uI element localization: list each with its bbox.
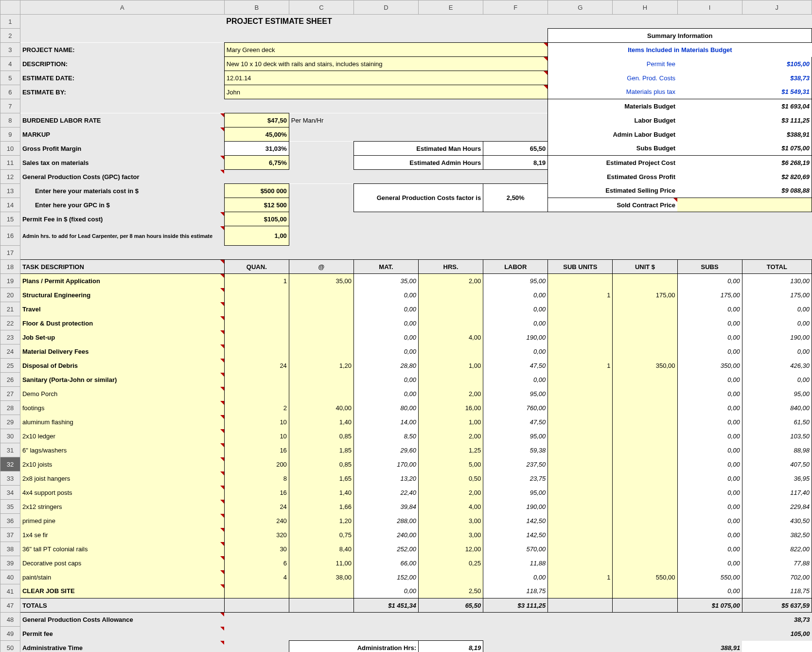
description-input[interactable]: New 10 x 10 deck with rails and stairs, …	[224, 57, 548, 71]
project-name-input[interactable]: Mary Green deck	[224, 43, 548, 57]
task-row[interactable]: 26Sanitary (Porta-John or similar)0,000,…	[0, 373, 812, 387]
gpc-input[interactable]: $12 500	[224, 198, 289, 212]
task-row[interactable]: 20Structural Engineering0,000,001175,001…	[0, 288, 812, 302]
task-row[interactable]: 39Decorative post caps611,0066,000,2511,…	[0, 556, 812, 570]
sold-price-input[interactable]	[677, 198, 812, 212]
estimate-date-input[interactable]: 12.01.14	[224, 71, 548, 85]
task-row[interactable]: 21Travel0,000,000,000,00	[0, 302, 812, 316]
column-headers[interactable]: A B C D E F G H I J	[0, 0, 812, 15]
task-row[interactable]: 344x4 support posts161,4022,402,0095,000…	[0, 486, 812, 500]
task-row[interactable]: 3836" tall PT colonial rails308,40252,00…	[0, 542, 812, 556]
permit-input[interactable]: $105,00	[224, 212, 289, 226]
footer-row: 50Administrative TimeAdministration Hrs:…	[0, 641, 812, 652]
markup-input[interactable]: 45,00%	[224, 127, 289, 142]
task-row[interactable]: 36primed pine2401,20288,003,00142,500,00…	[0, 514, 812, 528]
task-row[interactable]: 332x8 joist hangers81,6513,200,5023,750,…	[0, 471, 812, 486]
task-row[interactable]: 24Material Delivery Fees0,000,000,000,00	[0, 344, 812, 359]
task-header-row: 18 TASK DESCRIPTION QUAN.@MAT.HRS.LABORS…	[0, 260, 812, 274]
task-row[interactable]: 41CLEAR JOB SITE0,002,50118,750,00118,75	[0, 584, 812, 598]
task-row[interactable]: 29aluminum flashing101,4014,001,0047,500…	[0, 415, 812, 429]
totals-row: 47 TOTALS $1 451,34 65,50 $3 111,25 $1 0…	[0, 598, 812, 613]
sheet-title: PROJECT ESTIMATE SHEET	[224, 15, 353, 29]
task-row[interactable]: 316" lags/washers161,8529,601,2559,380,0…	[0, 443, 812, 457]
task-row[interactable]: 19Plans / Permit Application135,0035,002…	[0, 274, 812, 288]
summary-sub: Items Included in Materials Budget	[548, 43, 812, 57]
task-row[interactable]: 371x4 se fir3200,75240,003,00142,500,003…	[0, 528, 812, 542]
salestax-input[interactable]: 6,75%	[224, 156, 289, 170]
footer-row: 48General Production Costs Allowance38,7…	[0, 613, 812, 627]
gpc-mat-input[interactable]: $500 000	[224, 184, 289, 198]
task-row[interactable]: 22Floor & Dust protection0,000,000,000,0…	[0, 316, 812, 330]
project-name-label: PROJECT NAME:	[20, 43, 224, 57]
labor-rate-input[interactable]: $47,50	[224, 113, 289, 127]
admin-hrs-input[interactable]: 1,00	[224, 226, 289, 246]
task-row[interactable]: 322x10 joists2000,85170,005,00237,500,00…	[0, 457, 812, 471]
task-row[interactable]: 25Disposal of Debris241,2028,801,0047,50…	[0, 359, 812, 373]
task-row[interactable]: 40paint/stain438,00152,000,001550,00550,…	[0, 570, 812, 584]
estimate-by-input[interactable]: John	[224, 85, 548, 99]
select-all-cell[interactable]	[0, 0, 20, 15]
task-row[interactable]: 302x10 ledger100,858,502,0095,000,00103,…	[0, 429, 812, 443]
summary-title: Summary Information	[548, 29, 812, 43]
task-row[interactable]: 27Demo Porch0,002,0095,000,0095,00	[0, 387, 812, 401]
spreadsheet-grid[interactable]: A B C D E F G H I J 1 PROJECT ESTIMATE S…	[0, 0, 812, 652]
footer-row: 49Permit fee105,00	[0, 627, 812, 641]
task-row[interactable]: 28footings240,0080,0016,00760,000,00840,…	[0, 401, 812, 415]
task-row[interactable]: 352x12 stringers241,6639,844,00190,000,0…	[0, 500, 812, 514]
task-row[interactable]: 23Job Set-up0,004,00190,000,00190,00	[0, 330, 812, 344]
